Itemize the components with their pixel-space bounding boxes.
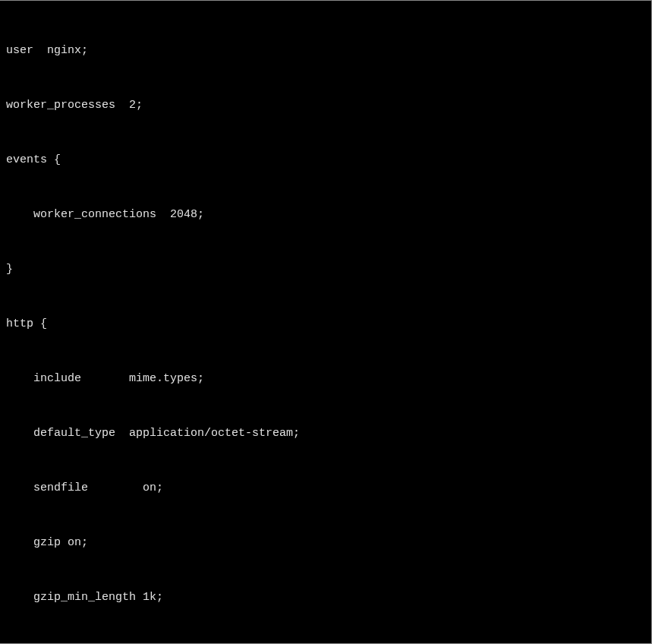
code-line: include mime.types; [6,370,645,388]
code-line: http { [6,315,645,333]
code-line: gzip_min_length 1k; [6,589,645,607]
code-line: events { [6,151,645,169]
code-line: user nginx; [6,42,645,60]
code-line: sendfile on; [6,479,645,497]
code-block: user nginx; worker_processes 2; events {… [0,1,651,644]
code-line: worker_processes 2; [6,96,645,115]
code-line: worker_connections 2048; [6,206,645,224]
code-line: } [6,260,645,279]
code-line: gzip on; [6,534,645,552]
code-line: default_type application/octet-stream; [6,425,645,443]
